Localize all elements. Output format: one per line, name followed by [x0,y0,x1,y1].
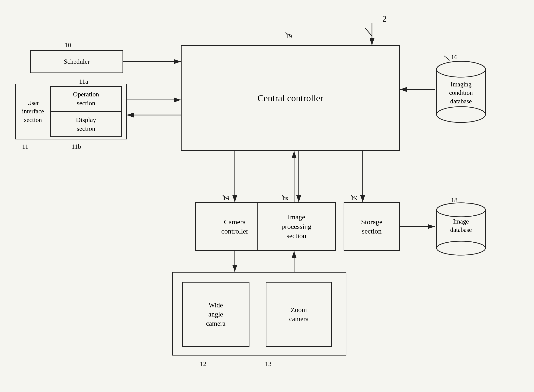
display-section-box: Displaysection [50,112,122,137]
label-11b: 11b [72,143,81,150]
imaging-db-wrap: Imagingconditiondatabase [434,61,488,126]
central-controller-box: Central controller [181,45,400,151]
zoom-camera-label: Zoomcamera [289,305,309,323]
image-db-label: Imagedatabase [434,217,488,234]
label-15: 15 [282,194,289,201]
label-12: 12 [200,360,206,368]
svg-point-33 [437,241,485,255]
label-18: 18 [451,196,458,204]
label-11: 11 [22,143,28,150]
zoom-camera-box: Zoomcamera [266,282,332,347]
wide-angle-camera-box: Wideanglecamera [182,282,249,347]
scheduler-box: Scheduler [30,50,123,73]
image-processing-box: Imageprocessingsection [257,202,336,251]
label-14: 14 [223,194,229,201]
display-label: Displaysection [76,116,96,133]
image-processing-label: Imageprocessingsection [281,212,311,241]
central-controller-label: Central controller [257,92,323,105]
camera-controller-label: Cameracontroller [221,217,248,236]
svg-point-34 [437,203,485,217]
svg-line-21 [444,56,450,61]
imaging-db-label: Imagingconditiondatabase [434,80,488,106]
label-11a: 11a [79,78,88,85]
image-db-wrap: Imagedatabase [434,202,488,258]
svg-point-29 [437,107,485,122]
wide-angle-camera-label: Wideanglecamera [206,301,225,328]
storage-section-label: Storagesection [361,217,382,236]
label-13: 13 [265,360,272,368]
svg-point-30 [437,61,485,77]
label-16: 16 [451,53,458,61]
label-19: 19 [286,33,292,40]
operation-label: Operationsection [73,90,99,107]
diagram: Scheduler 10 Userinterfacesection Operat… [0,0,534,392]
user-interface-label: Userinterfacesection [19,99,47,124]
svg-line-3 [365,28,372,36]
label-10: 10 [65,41,71,49]
storage-section-box: Storagesection [344,202,400,251]
scheduler-label: Scheduler [64,57,90,66]
operation-section-box: Operationsection [50,86,122,112]
label-2: 2 [382,14,387,24]
label-17: 17 [351,194,357,201]
camera-unit-box: Wideanglecamera Zoomcamera [172,272,347,355]
